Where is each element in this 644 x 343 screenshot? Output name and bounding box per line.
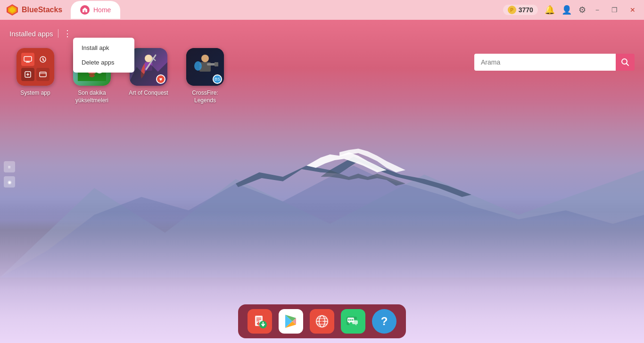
restore-button[interactable]: ❐ [609, 5, 620, 15]
search-input[interactable] [474, 54, 616, 71]
crossfire-icon-wrapper: BS [186, 48, 224, 86]
sys-cell-1 [21, 53, 34, 66]
crossfire-label: CrossFire: Legends [192, 90, 218, 104]
search-icon [621, 58, 629, 66]
coins-value: 3770 [519, 6, 533, 14]
system-app-icon-wrapper [17, 48, 54, 86]
search-button[interactable] [616, 54, 635, 71]
dock-play-store[interactable] [279, 309, 303, 334]
svg-text:a: a [320, 318, 323, 325]
bottom-dock: a ? [238, 304, 406, 338]
svg-rect-11 [24, 57, 32, 61]
title-bar: BlueStacks Home P 3770 🔔 👤 ⚙ − ❐ ✕ [0, 0, 644, 20]
coins-area: P 3770 [503, 5, 538, 15]
svg-rect-58 [352, 320, 358, 324]
app-title: BlueStacks [22, 6, 62, 14]
dock-apk-installer[interactable] [248, 309, 272, 334]
system-app-icon [17, 48, 54, 86]
crossfire-icon: BS [186, 48, 224, 86]
bluestacks-logo-icon [6, 3, 19, 16]
art-conquest-badge: ♥ [156, 74, 165, 84]
title-bar-right: P 3770 🔔 👤 ⚙ − ❐ ✕ [503, 5, 644, 15]
son-dakika-label: Son dakika yükseltmeleri [75, 90, 108, 104]
close-button[interactable]: ✕ [627, 5, 638, 15]
notifications-icon[interactable]: 🔔 [545, 5, 555, 15]
home-tab[interactable]: Home [71, 1, 120, 19]
dock-avast[interactable]: a [310, 309, 334, 334]
coin-icon: P [508, 6, 516, 14]
art-conquest-icon: ♥ [130, 48, 167, 86]
svg-point-61 [350, 319, 352, 321]
svg-point-35 [201, 55, 209, 62]
content-overlay: Installed apps ⋮ Install apk Delete apps [0, 20, 644, 343]
dock-help[interactable]: ? [372, 309, 396, 334]
svg-rect-38 [215, 62, 218, 66]
home-tab-icon [80, 5, 90, 15]
sys-cell-4 [36, 68, 50, 81]
main-area: ≡ ◉ Installed apps ⋮ Install apk Delete … [0, 20, 644, 343]
crossfire-badge: BS [213, 74, 222, 84]
bluestacks-app-icon [346, 314, 361, 329]
avast-icon: a [314, 313, 330, 329]
sys-cell-3 [21, 68, 34, 81]
app-item-crossfire[interactable]: BS CrossFire: Legends [179, 48, 231, 104]
logo-area: BlueStacks [0, 3, 66, 16]
installed-apps-label: Installed apps [9, 30, 53, 38]
svg-point-27 [89, 74, 95, 77]
search-area [474, 54, 635, 71]
help-icon: ? [381, 315, 388, 328]
system-app-label: System app [20, 90, 50, 97]
minimize-button[interactable]: − [593, 5, 602, 15]
svg-point-62 [352, 319, 354, 321]
apk-installer-icon [253, 314, 267, 328]
play-store-icon [283, 313, 299, 329]
divider [58, 29, 58, 38]
apps-dropdown-menu: Install apk Delete apps [73, 38, 134, 73]
svg-rect-18 [40, 72, 46, 77]
installed-apps-menu-button[interactable]: ⋮ [63, 28, 72, 39]
svg-line-10 [627, 64, 629, 66]
app-item-system[interactable]: System app [9, 48, 61, 97]
settings-icon[interactable]: ⚙ [578, 5, 586, 15]
art-conquest-icon-wrapper: ♥ [130, 48, 167, 86]
svg-point-60 [348, 319, 350, 321]
user-icon[interactable]: 👤 [561, 5, 572, 15]
art-conquest-label: Art of Conquest [129, 90, 168, 97]
sys-cell-2 [36, 53, 50, 66]
dock-bluestacks-app[interactable] [341, 309, 365, 334]
home-tab-label: Home [93, 6, 111, 14]
delete-apps-button[interactable]: Delete apps [73, 55, 134, 70]
install-apk-button[interactable]: Install apk [73, 41, 134, 55]
